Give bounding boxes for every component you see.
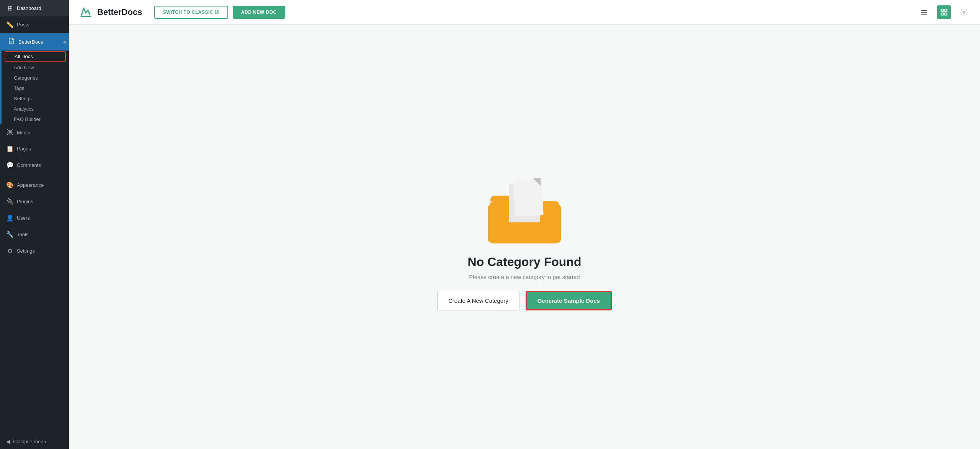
empty-state-subtitle: Please create a new category to get star… <box>469 274 580 280</box>
betterdocs-submenu: All Docs Add New Categories Tags Setting… <box>2 51 69 124</box>
sidebar-subitem-categories[interactable]: Categories <box>2 73 69 83</box>
svg-point-8 <box>963 11 965 13</box>
sidebar-subitem-all-docs[interactable]: All Docs <box>5 51 66 62</box>
empty-state-title: No Category Found <box>468 255 581 269</box>
svg-rect-13 <box>513 179 544 217</box>
sidebar-item-media[interactable]: 🖼 Media <box>0 124 69 140</box>
sidebar-item-label: BetterDocs <box>18 39 43 45</box>
svg-rect-5 <box>945 9 947 11</box>
sidebar-item-label: Media <box>17 130 30 136</box>
switch-classic-button[interactable]: SWITCH TO CLASSIC UI <box>154 6 228 19</box>
svg-rect-4 <box>941 9 944 11</box>
sidebar-item-appearance[interactable]: 🎨 Appearance <box>0 177 69 193</box>
plugins-icon: 🔌 <box>6 198 14 205</box>
sidebar-item-label: Plugins <box>17 199 33 204</box>
grid-view-button[interactable] <box>937 5 951 19</box>
logo-area: BetterDocs <box>78 5 142 20</box>
dashboard-icon: ⊞ <box>6 5 14 12</box>
sidebar-item-tools[interactable]: 🔧 Tools <box>0 226 69 243</box>
sidebar-item-posts[interactable]: ✏️ Posts <box>0 16 69 33</box>
sidebar-subitem-add-new[interactable]: Add New <box>2 62 69 73</box>
sidebar-item-label: Comments <box>17 162 41 168</box>
betterdocs-group: BetterDocs ◀ All Docs Add New Categories… <box>0 33 69 124</box>
sidebar-item-dashboard[interactable]: ⊞ Dashboard <box>0 0 69 16</box>
settings-icon: ⚙ <box>6 247 14 255</box>
sidebar-subitem-tags[interactable]: Tags <box>2 83 69 93</box>
sidebar-subitem-settings[interactable]: Settings <box>2 93 69 104</box>
sidebar-item-betterdocs[interactable]: BetterDocs ◀ <box>2 33 69 51</box>
sidebar-item-comments[interactable]: 💬 Comments <box>0 157 69 173</box>
sidebar: ⊞ Dashboard ✏️ Posts BetterDocs ◀ All Do… <box>0 0 69 449</box>
comments-icon: 💬 <box>6 162 14 169</box>
chevron-icon: ◀ <box>63 40 66 44</box>
content-area: No Category Found Please create a new ca… <box>69 24 980 449</box>
tools-icon: 🔧 <box>6 231 14 238</box>
svg-rect-7 <box>945 13 947 15</box>
empty-state-actions: Create A New Category Generate Sample Do… <box>437 291 612 310</box>
posts-icon: ✏️ <box>6 21 14 28</box>
sidebar-item-label: Tools <box>17 232 28 237</box>
collapse-icon: ◀ <box>6 439 10 444</box>
sidebar-item-label: Dashboard <box>17 5 41 11</box>
sidebar-subitem-faq-builder[interactable]: FAQ Builder <box>2 114 69 124</box>
svg-rect-6 <box>941 13 944 15</box>
sidebar-item-pages[interactable]: 📋 Pages <box>0 140 69 157</box>
sidebar-item-users[interactable]: 👤 Users <box>0 210 69 226</box>
folder-illustration <box>482 163 567 247</box>
add-new-doc-button[interactable]: ADD NEW DOC <box>233 6 285 19</box>
media-icon: 🖼 <box>6 129 14 136</box>
topbar: BetterDocs SWITCH TO CLASSIC UI ADD NEW … <box>69 0 980 24</box>
divider-1 <box>0 175 69 175</box>
list-view-button[interactable] <box>917 5 931 19</box>
topbar-right <box>917 5 971 19</box>
pages-icon: 📋 <box>6 145 14 152</box>
users-icon: 👤 <box>6 214 14 222</box>
main-content: BetterDocs SWITCH TO CLASSIC UI ADD NEW … <box>69 0 980 449</box>
sidebar-item-label: Pages <box>17 146 31 152</box>
topbar-settings-button[interactable] <box>957 5 971 19</box>
sidebar-subitem-analytics[interactable]: Analytics <box>2 104 69 114</box>
betterdocs-icon <box>8 38 15 46</box>
appearance-icon: 🎨 <box>6 181 14 189</box>
sidebar-item-label: Settings <box>17 248 35 254</box>
sidebar-item-label: Posts <box>17 22 29 28</box>
empty-state: No Category Found Please create a new ca… <box>437 163 612 310</box>
sidebar-item-plugins[interactable]: 🔌 Plugins <box>0 193 69 210</box>
sidebar-item-label: Users <box>17 215 30 221</box>
sidebar-item-label: Appearance <box>17 182 44 188</box>
logo-icon <box>78 5 93 20</box>
topbar-buttons: SWITCH TO CLASSIC UI ADD NEW DOC <box>154 6 285 19</box>
sidebar-item-settings[interactable]: ⚙ Settings <box>0 243 69 259</box>
generate-sample-docs-button[interactable]: Generate Sample Docs <box>526 291 612 310</box>
logo-text: BetterDocs <box>97 7 142 17</box>
create-new-category-button[interactable]: Create A New Category <box>437 291 519 310</box>
collapse-menu-button[interactable]: ◀ Collapse menu <box>0 434 69 449</box>
